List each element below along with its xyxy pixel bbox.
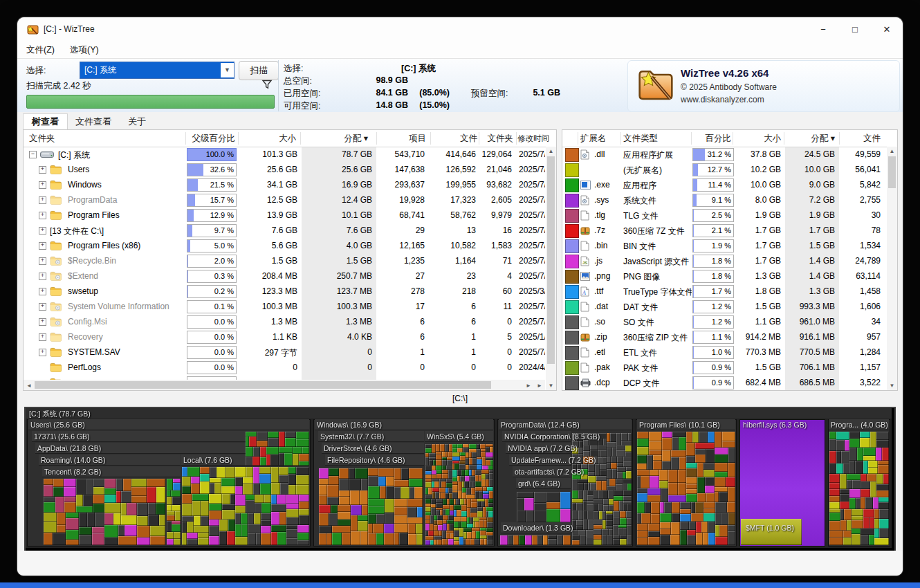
table-row[interactable]: (无扩展名)12.7 %10.2 GB10.0 GB56,041: [562, 162, 897, 177]
treemap[interactable]: [24, 407, 896, 552]
col-header-folders[interactable]: 文件夹: [480, 133, 513, 145]
scroll-right-arrow[interactable]: ►: [535, 383, 544, 389]
table-row[interactable]: .binBIN 文件1.9 %1.7 GB1.5 GB1,534: [562, 238, 897, 253]
minimize-button[interactable]: −: [807, 17, 839, 42]
folder-name[interactable]: System Volume Information: [68, 302, 169, 311]
folder-name[interactable]: [C:] 系统: [58, 149, 90, 161]
scroll-right-arrow[interactable]: ►: [524, 383, 533, 389]
table-row[interactable]: .exe应用程序11.4 %10.0 GB9.0 GB5,842: [562, 177, 897, 192]
scroll-thumb[interactable]: [35, 381, 491, 389]
folder-name[interactable]: $Recycle.Bin: [68, 256, 116, 266]
expand-expander[interactable]: +: [39, 212, 46, 219]
folder-name[interactable]: [13 文件在 C:\]: [50, 226, 104, 237]
col-header-size[interactable]: 大小: [734, 133, 781, 145]
tab-about[interactable]: 关于: [120, 114, 154, 128]
folder-name[interactable]: ProgramData: [68, 195, 117, 205]
table-row[interactable]: .dcpDCP 文件0.9 %682.4 MB686.5 MB3,522: [562, 375, 897, 390]
table-row[interactable]: +Program Files (x86)5.0 %5.6 GB4.0 GB12,…: [24, 238, 556, 253]
folder-name[interactable]: $Extend: [68, 271, 98, 281]
expand-expander[interactable]: +: [39, 196, 46, 204]
tab-tree-view[interactable]: 树查看: [23, 113, 68, 129]
vertical-scrollbar[interactable]: ▲▼: [887, 147, 897, 390]
title-bar[interactable]: [C:] - WizTree − □ ✕: [17, 17, 903, 42]
table-row[interactable]: .pngPNG 图像1.8 %1.3 GB1.4 GB63,114: [562, 268, 897, 284]
col-header-allocated-sorted[interactable]: 分配 ▾: [302, 133, 368, 145]
collapse-expander[interactable]: −: [29, 151, 37, 158]
table-row[interactable]: +Recovery0.0 %1.1 KB4.0 KB6152025/1/: [24, 329, 556, 344]
expand-expander[interactable]: +: [39, 257, 46, 265]
table-row[interactable]: +$Extend0.3 %208.4 MB250.7 MB272342025/7…: [24, 268, 556, 284]
scroll-thumb[interactable]: [547, 156, 555, 364]
expand-expander[interactable]: +: [39, 303, 46, 311]
menu-options[interactable]: 选项(Y): [70, 44, 99, 56]
table-row[interactable]: +Windows21.5 %34.1 GB16.9 GB293,637199,9…: [24, 177, 556, 192]
expand-expander[interactable]: +: [39, 288, 46, 295]
col-header-modified[interactable]: 修改时间: [517, 134, 549, 144]
table-row[interactable]: +[13 文件在 C:\]9.7 %7.6 GB7.6 GB2913162025…: [24, 223, 556, 238]
expand-expander[interactable]: +: [39, 273, 46, 280]
table-row[interactable]: +Config.Msi0.0 %1.3 MB1.3 MB6602025/7/: [24, 314, 556, 329]
menu-file[interactable]: 文件(Z): [26, 44, 55, 56]
folder-name[interactable]: Users: [68, 165, 89, 174]
expand-expander[interactable]: +: [39, 166, 46, 174]
folder-name[interactable]: Config.Msi: [68, 317, 107, 327]
expand-expander[interactable]: +: [39, 318, 46, 326]
tab-file-view[interactable]: 文件查看: [67, 114, 120, 128]
expand-expander[interactable]: +: [39, 227, 46, 235]
col-header-allocated-sorted[interactable]: 分配 ▾: [785, 133, 835, 145]
table-row[interactable]: .etlETL 文件1.0 %770.3 MB770.5 MB1,284: [562, 344, 897, 360]
scroll-left-arrow[interactable]: ◄: [25, 383, 33, 389]
drive-selector[interactable]: [C:] 系统 ▼: [80, 62, 234, 79]
col-header-parent-percent[interactable]: 父级百分比: [187, 133, 235, 145]
col-header-file-type[interactable]: 文件类型: [623, 133, 658, 145]
table-row[interactable]: +Program Files12.9 %13.9 GB10.1 GB68,741…: [24, 208, 556, 223]
scan-button[interactable]: 扫描: [239, 61, 279, 80]
table-row[interactable]: PerfLogs0.0 %000002024/4/: [24, 360, 556, 375]
col-header-percent[interactable]: 百分比: [692, 133, 731, 145]
table-row[interactable]: JS.jsJavaScript 源文件1.8 %1.7 GB1.4 GB24,7…: [562, 253, 897, 268]
table-row[interactable]: −[C:] 系统100.0 %101.3 GB78.7 GB543,710414…: [24, 147, 556, 162]
col-header-items[interactable]: 项目: [378, 133, 426, 145]
table-row[interactable]: +swsetup0.2 %123.3 MB123.7 MB27821860202…: [24, 284, 556, 299]
table-row[interactable]: .pakPAK 文件0.9 %1.5 GB706.1 MB1,157: [562, 360, 897, 375]
table-row[interactable]: +Users32.6 %25.6 GB25.6 GB147,638126,592…: [24, 162, 556, 177]
folder-name[interactable]: PerfLogs: [68, 362, 101, 372]
folder-name[interactable]: Program Files: [68, 210, 120, 220]
branding-website[interactable]: www.diskanalyzer.com: [681, 95, 764, 104]
folder-name[interactable]: Recovery: [68, 332, 103, 342]
table-row[interactable]: .7z360压缩 7Z 文件2.1 %1.7 GB1.7 GB78: [562, 223, 897, 238]
vertical-scrollbar[interactable]: ▲▼: [546, 147, 556, 390]
expand-expander[interactable]: +: [39, 349, 46, 356]
col-header-extension[interactable]: 扩展名: [580, 133, 607, 145]
funnel-icon[interactable]: [261, 79, 273, 90]
expand-expander[interactable]: +: [39, 333, 46, 341]
maximize-button[interactable]: □: [839, 17, 871, 42]
horizontal-scrollbar[interactable]: ◄►►: [24, 380, 545, 390]
chevron-down-icon[interactable]: ▼: [221, 63, 234, 77]
table-row[interactable]: A.ttfTrueType 字体文件1.7 %1.8 GB1.3 GB1,458: [562, 284, 897, 299]
scroll-up-arrow[interactable]: ▲: [546, 148, 556, 154]
treemap-canvas[interactable]: [26, 408, 892, 548]
col-header-folder[interactable]: 文件夹: [29, 133, 55, 145]
table-row[interactable]: +SYSTEM.SAV0.0 %297 字节01102025/7/: [24, 344, 556, 360]
expand-expander[interactable]: +: [39, 242, 46, 250]
scroll-thumb[interactable]: [888, 156, 896, 188]
expand-expander[interactable]: +: [39, 181, 46, 189]
table-row[interactable]: +System Volume Information0.1 %100.3 MB1…: [24, 299, 556, 314]
table-row[interactable]: .dll应用程序扩展31.2 %37.8 GB24.5 GB49,559: [562, 147, 897, 162]
col-header-files[interactable]: 文件: [432, 133, 477, 145]
table-row[interactable]: +$Recycle.Bin2.0 %1.5 GB1.5 GB1,2351,164…: [24, 253, 556, 268]
scroll-up-arrow[interactable]: ▲: [887, 148, 897, 154]
col-header-size[interactable]: 大小: [239, 133, 296, 145]
folder-name[interactable]: SYSTEM.SAV: [68, 347, 120, 357]
table-row[interactable]: .sys系统文件9.1 %8.0 GB7.2 GB2,755: [562, 192, 897, 208]
scroll-down-arrow[interactable]: ▼: [887, 383, 897, 389]
scroll-down-arrow[interactable]: ▼: [546, 383, 556, 389]
close-button[interactable]: ✕: [871, 17, 903, 42]
table-row[interactable]: .datDAT 文件1.2 %1.5 GB993.3 MB1,606: [562, 299, 897, 314]
folder-name[interactable]: swsetup: [68, 286, 98, 296]
folder-name[interactable]: Program Files (x86): [68, 241, 140, 250]
col-header-files[interactable]: 文件: [836, 133, 881, 145]
table-row[interactable]: .zip360压缩 ZIP 文件1.1 %914.2 MB916.1 MB957: [562, 329, 897, 344]
table-row[interactable]: .tlgTLG 文件2.5 %1.9 GB1.9 GB30: [562, 208, 897, 223]
